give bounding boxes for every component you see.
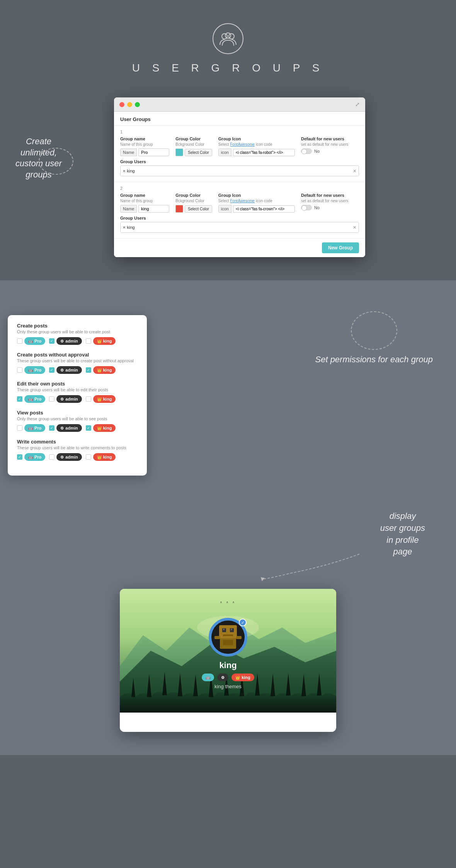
group-row-number-1: 1 xyxy=(120,130,359,134)
window-footer: New Group xyxy=(114,239,365,257)
perm-item-admin-2: ⚙ admin xyxy=(49,366,82,374)
clear-users-btn-2[interactable]: × xyxy=(353,224,356,230)
default-field-2: Default for new users set as default for… xyxy=(301,193,348,210)
color-input-row-1: Select Color xyxy=(175,148,212,156)
profile-subtext: king themes xyxy=(214,684,242,689)
app-section: Create unlimited, custom user groups ⤢ U… xyxy=(0,90,456,280)
perm-checkbox-king-1[interactable] xyxy=(86,338,91,344)
users-group-icon xyxy=(218,31,238,46)
permissions-section: Create posts Only these group users will… xyxy=(0,280,456,499)
svg-rect-13 xyxy=(223,634,233,636)
group-badge-pro-3: 🤖 Pro xyxy=(24,395,45,403)
perm-item-pro-5: 🤖 Pro xyxy=(17,453,45,461)
perm-item-king-3: 👑 king xyxy=(86,395,116,403)
icon-input-row-1: icon xyxy=(218,148,295,156)
name-input-row-1: Name xyxy=(120,148,169,156)
perm-row-write-comments: Write comments These group users will be… xyxy=(17,439,138,461)
perm-checkbox-king-4[interactable] xyxy=(86,425,91,431)
minimize-window-btn[interactable] xyxy=(127,102,132,107)
maximize-window-btn[interactable] xyxy=(135,102,140,107)
profile-avatar-img xyxy=(211,621,245,654)
icon-code-input-1[interactable] xyxy=(233,149,295,156)
group-badge-admin-5: ⚙ admin xyxy=(56,453,82,461)
perm-checkbox-king-3[interactable] xyxy=(86,396,91,402)
svg-point-2 xyxy=(225,33,231,38)
group-color-field-2: Group Color Bckground Color Select Color xyxy=(175,193,212,213)
group-users-input-1[interactable]: × king × xyxy=(120,165,359,176)
perm-item-admin-5: ⚙ admin xyxy=(49,453,82,461)
perm-checkbox-pro-4[interactable] xyxy=(17,425,22,431)
perm-checkbox-admin-1[interactable] xyxy=(49,338,54,344)
perm-checkbox-admin-2[interactable] xyxy=(49,367,54,373)
expand-icon[interactable]: ⤢ xyxy=(355,101,360,107)
group-row-number-2: 2 xyxy=(120,186,359,191)
group-badge-admin-3: ⚙ admin xyxy=(56,395,82,403)
group-block-1: 1 Group name Name of this group Name Gro… xyxy=(114,126,365,182)
perm-checkbox-pro-1[interactable] xyxy=(17,338,22,344)
group-badge-pro-1: 🤖 Pro xyxy=(24,337,45,345)
color-swatch-2[interactable] xyxy=(175,205,183,213)
group-name-input-1[interactable] xyxy=(138,148,169,156)
perm-checkbox-king-2[interactable] xyxy=(86,367,91,373)
group-badge-king-4: 👑 king xyxy=(93,424,116,432)
perm-item-king-4: 👑 king xyxy=(86,424,116,432)
permissions-annotation: Set permissions for each group xyxy=(315,311,433,366)
dashed-circle-right-decoration xyxy=(351,311,397,350)
perm-checkbox-king-5[interactable] xyxy=(86,454,91,460)
select-color-btn-1[interactable]: Select Color xyxy=(185,149,212,156)
profile-badge-pro: 🤖 xyxy=(202,674,214,681)
display-annotation-container: displayuser groupsin profilepage xyxy=(0,510,456,558)
perm-item-pro-4: 🤖 Pro xyxy=(17,424,45,432)
header-icon-circle xyxy=(213,23,243,54)
group-name-input-2[interactable] xyxy=(138,205,169,213)
window-body: User Groups 1 Group name Name of this gr… xyxy=(114,112,365,257)
group-icon-field-2: Group Icon Select FontAwesome icon code … xyxy=(218,193,295,213)
new-group-button[interactable]: New Group xyxy=(322,242,359,253)
perm-checkbox-pro-5[interactable] xyxy=(17,454,22,460)
icon-code-input-2[interactable] xyxy=(233,205,295,213)
display-annotation: displayuser groupsin profilepage xyxy=(380,510,425,558)
group-users-input-2[interactable]: × king × xyxy=(120,222,359,233)
svg-rect-11 xyxy=(223,629,225,630)
group-block-2: 2 Group name Name of this group Name Gro… xyxy=(114,182,365,239)
perm-row-view-posts: View posts Only these group users will b… xyxy=(17,410,138,432)
perm-checkbox-admin-4[interactable] xyxy=(49,425,54,431)
group-badge-king-2: 👑 king xyxy=(93,366,116,374)
profile-badge-admin: ⚙ xyxy=(217,674,228,681)
default-toggle-2[interactable] xyxy=(301,205,312,210)
group-badge-king-1: 👑 king xyxy=(93,337,116,345)
perm-item-king-5: 👑 king xyxy=(86,453,116,461)
user-tag-2: × king xyxy=(123,225,135,230)
permissions-card: Create posts Only these group users will… xyxy=(8,315,147,476)
dashed-circle-decoration xyxy=(39,148,73,175)
group-name-field-2: Group name Name of this group Name xyxy=(120,193,169,213)
color-swatch-1[interactable] xyxy=(175,148,183,156)
close-window-btn[interactable] xyxy=(119,102,124,107)
user-tag-1: × king xyxy=(123,169,135,173)
curved-arrow-svg xyxy=(251,550,367,581)
window-titlebar: ⤢ xyxy=(114,97,365,112)
group-users-section-2: Group Users × king × xyxy=(120,216,359,233)
select-color-btn-2[interactable]: Select Color xyxy=(185,205,212,213)
profile-badge-king: 👑 king xyxy=(231,674,254,681)
profile-bottom xyxy=(120,713,336,732)
perm-row-create-posts-no-approval: Create posts without approval These grou… xyxy=(17,352,138,374)
perm-checkbox-admin-3[interactable] xyxy=(49,396,54,402)
name-input-row-2: Name xyxy=(120,205,169,213)
default-field-1: Default for new users set as default for… xyxy=(301,136,348,154)
default-toggle-1[interactable] xyxy=(301,148,312,154)
group-badge-pro-5: 🤖 Pro xyxy=(24,453,45,461)
perm-checkbox-pro-3[interactable] xyxy=(17,396,22,402)
perm-item-pro-3: 🤖 Pro xyxy=(17,395,45,403)
perm-item-admin-1: ⚙ admin xyxy=(49,337,82,345)
header-section: U S E R G R O U P S xyxy=(0,0,456,90)
clear-users-btn-1[interactable]: × xyxy=(353,168,356,174)
perm-checkbox-admin-5[interactable] xyxy=(49,454,54,460)
group-badge-king-5: 👑 king xyxy=(93,453,116,461)
window-section-title: User Groups xyxy=(114,112,365,126)
perm-item-pro-2: 🤖 Pro xyxy=(17,366,45,374)
perm-checkbox-pro-2[interactable] xyxy=(17,367,22,373)
group-badge-king-3: 👑 king xyxy=(93,395,116,403)
perm-row-create-posts: Create posts Only these group users will… xyxy=(17,323,138,345)
group-fields-row-1: Group name Name of this group Name Group… xyxy=(120,136,359,156)
